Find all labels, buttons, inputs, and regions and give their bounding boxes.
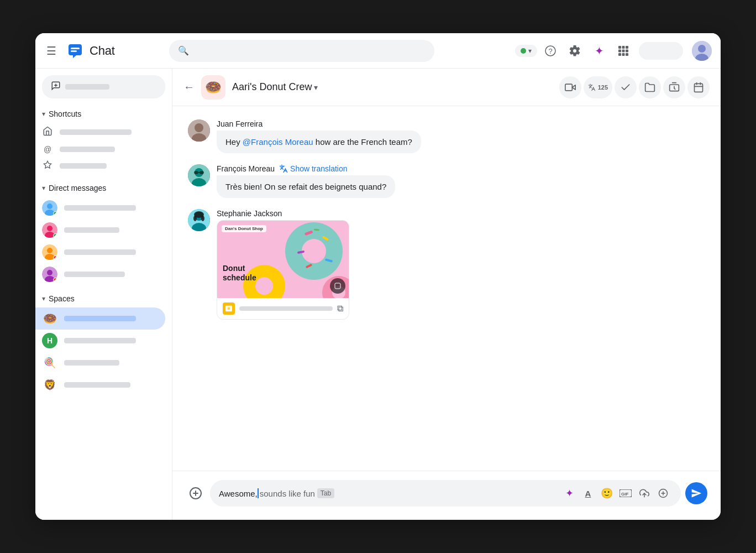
dm-status-4 — [53, 278, 57, 282]
francois-message-bubble: Très bien! On se refait des beignets qua… — [217, 175, 395, 198]
timer-button[interactable] — [663, 76, 685, 98]
attachment-card[interactable]: Dan's Donut Shop Donut schedule — [217, 220, 349, 320]
add-attachment-button[interactable] — [186, 483, 206, 503]
translate-badge: 125 — [598, 84, 608, 91]
user-avatar-button[interactable] — [692, 41, 712, 61]
space-lion-label — [64, 382, 130, 388]
francois-message-header: François Moreau Show translation — [217, 164, 395, 173]
show-translation-label: Show translation — [290, 164, 348, 173]
gemini-input-icon[interactable]: ✦ — [560, 484, 578, 502]
svg-rect-13 — [626, 53, 628, 56]
space-candy-emoji: 🍭 — [42, 355, 57, 371]
new-chat-button[interactable] — [42, 75, 165, 98]
status-chevron-icon: ▾ — [528, 47, 532, 55]
svg-point-21 — [47, 204, 53, 209]
tasks-button[interactable] — [615, 76, 637, 98]
sidebar-item-dm-1[interactable] — [35, 197, 165, 219]
svg-point-24 — [47, 226, 53, 231]
juan-message-bubble: Hey @François Moreau how are the French … — [217, 131, 421, 153]
app-wrapper: ☰ Chat 🔍 ▾ ? — [35, 33, 721, 520]
svg-rect-35 — [695, 84, 703, 92]
hamburger-menu-icon[interactable]: ☰ — [42, 40, 61, 62]
messages-area: Juan Ferreira Hey @François Moreau how a… — [172, 106, 721, 471]
search-icon: 🔍 — [178, 45, 189, 56]
attachment-type-icon — [223, 302, 235, 315]
gemini-icon-button[interactable]: ✦ — [588, 40, 610, 62]
svg-rect-7 — [626, 46, 628, 49]
input-text-content: Awesome, — [219, 489, 258, 498]
sidebar-item-dm-4[interactable] — [35, 263, 165, 285]
translate-button[interactable]: 125 — [584, 76, 612, 98]
app-title: Chat — [90, 44, 115, 58]
show-translation-button[interactable]: Show translation — [279, 164, 348, 173]
help-icon-button[interactable]: ? — [539, 40, 561, 62]
sidebar-item-home[interactable] — [35, 123, 165, 142]
shortcuts-chevron-icon: ▾ — [42, 110, 45, 118]
input-cursor — [258, 488, 259, 498]
svg-rect-11 — [618, 53, 621, 56]
copy-icon[interactable]: ⧉ — [337, 304, 343, 314]
top-bar: ☰ Chat 🔍 ▾ ? — [35, 33, 721, 69]
svg-point-27 — [47, 248, 53, 253]
video-badge — [330, 278, 345, 294]
new-chat-label — [65, 84, 109, 90]
emoji-icon[interactable]: 🙂 — [598, 484, 616, 502]
dm-chevron-icon: ▾ — [42, 184, 45, 192]
sidebar-item-starred[interactable] — [35, 157, 165, 175]
svg-text:?: ? — [548, 46, 552, 55]
stephanie-message-content: Stephanie Jackson — [217, 209, 349, 320]
shortcuts-section-header[interactable]: ▾ Shortcuts — [35, 107, 172, 121]
svg-point-45 — [194, 171, 198, 174]
folder-button[interactable] — [639, 76, 661, 98]
svg-rect-8 — [618, 49, 621, 52]
more-options-icon[interactable] — [654, 484, 672, 502]
upload-icon[interactable] — [636, 484, 653, 502]
space-lion-emoji: 🦁 — [42, 377, 57, 393]
space-h-label — [64, 338, 136, 343]
home-label — [60, 129, 132, 135]
svg-rect-33 — [565, 84, 573, 91]
gif-icon[interactable]: GIF — [617, 484, 634, 502]
dm-label-3 — [64, 249, 136, 255]
space-icon: 🍩 — [201, 75, 225, 100]
new-chat-icon — [51, 81, 61, 93]
attachment-label — [239, 306, 333, 311]
dm-avatar-2 — [42, 222, 57, 238]
message-group-juan: Juan Ferreira Hey @François Moreau how a… — [188, 119, 705, 153]
sidebar-item-dm-2[interactable] — [35, 219, 165, 241]
svg-rect-12 — [622, 53, 625, 56]
send-button[interactable] — [685, 482, 707, 504]
svg-point-64 — [255, 277, 273, 295]
mentions-icon: @ — [42, 145, 53, 154]
calendar-button[interactable] — [687, 76, 710, 98]
settings-icon-button[interactable] — [564, 40, 586, 62]
format-text-icon[interactable]: A — [579, 484, 597, 502]
dm-label-1 — [64, 205, 136, 211]
svg-rect-10 — [626, 49, 628, 52]
top-bar-actions: ▾ ? ✦ — [515, 40, 712, 62]
sidebar-item-mentions[interactable]: @ — [35, 142, 165, 157]
spaces-section-header[interactable]: ▾ Spaces — [35, 292, 172, 305]
sidebar-item-dm-3[interactable] — [35, 241, 165, 263]
search-bar[interactable]: 🔍 — [169, 40, 434, 62]
status-indicator[interactable]: ▾ — [515, 45, 537, 57]
svg-point-53 — [201, 216, 204, 221]
dm-section-header[interactable]: ▾ Direct messages — [35, 181, 172, 195]
donut-crew-label — [64, 316, 136, 321]
francois-mention: @François Moreau — [243, 137, 313, 147]
sidebar-item-space-candy[interactable]: 🍭 — [35, 352, 165, 374]
tab-key-label: Tab — [317, 488, 334, 498]
apps-icon-button[interactable] — [612, 40, 634, 62]
message-input-text[interactable]: Awesome, sounds like fun Tab — [219, 488, 556, 498]
starred-label — [60, 163, 107, 169]
sidebar-item-donut-crew[interactable]: 🍩 — [35, 307, 165, 330]
message-input-box[interactable]: Awesome, sounds like fun Tab ✦ A 🙂 GIF — [210, 480, 681, 507]
space-name-chevron-icon[interactable]: ▾ — [314, 83, 318, 92]
back-button[interactable]: ← — [183, 81, 195, 93]
dm-status-3 — [53, 255, 57, 260]
account-name-bar — [639, 42, 683, 60]
video-call-button[interactable] — [559, 76, 581, 98]
top-bar-left: ☰ Chat — [42, 40, 158, 62]
sidebar-item-space-h[interactable]: H — [35, 330, 165, 352]
sidebar-item-space-lion[interactable]: 🦁 — [35, 374, 165, 396]
